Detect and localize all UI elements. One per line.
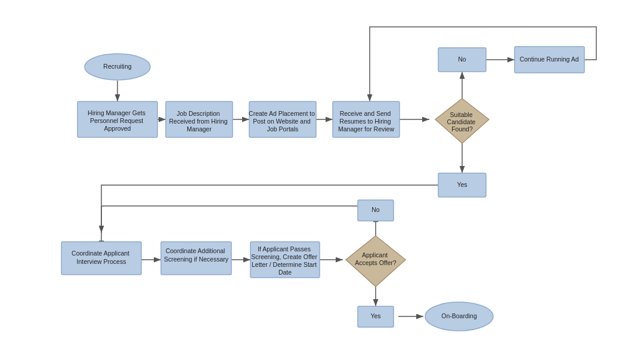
no-bottom-label: No [371,206,380,213]
receive-send-label: Receive and Send Resumes to Hiring Manag… [338,110,394,133]
onboarding-label: On-Boarding [441,312,477,319]
yes-label: Yes [457,181,467,188]
suitable-candidate-label: Suitable Candidate Found? [447,111,478,133]
recruiting-label: Recruiting [103,63,131,70]
flowchart-svg: Recruiting Hiring Manager Gets Personnel… [0,0,644,363]
continue-ad-label: Continue Running Ad [519,56,578,63]
yes-bottom-label: Yes [370,312,380,319]
no-top-label: No [458,56,466,63]
diagram-container: Recruiting Hiring Manager Gets Personnel… [0,0,644,363]
